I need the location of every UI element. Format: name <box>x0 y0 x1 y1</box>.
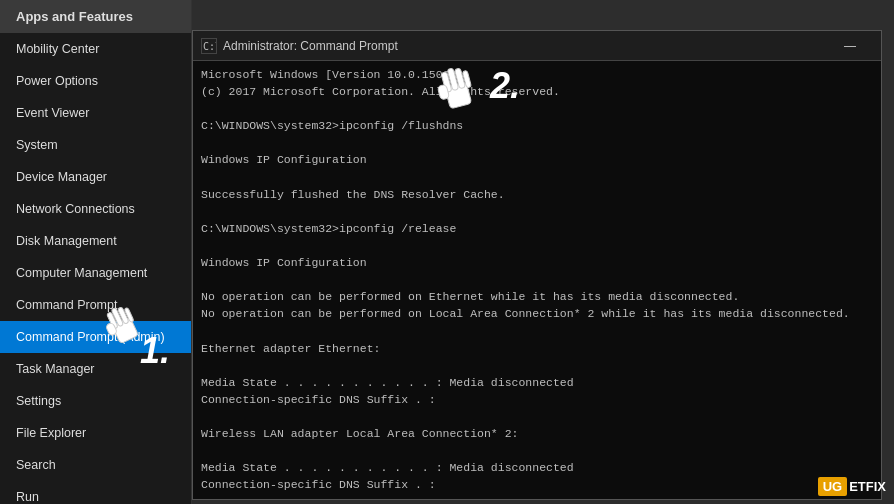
cmd-line: No operation can be performed on Local A… <box>201 306 873 322</box>
cmd-window: C:\ Administrator: Command Prompt — Micr… <box>192 30 882 500</box>
menu-item-label: Event Viewer <box>16 106 89 120</box>
menu-item-label: System <box>16 138 58 152</box>
menu-item-label: Power Options <box>16 74 98 88</box>
step-label-2: 2. <box>490 65 520 107</box>
sidebar-item-file-explorer[interactable]: File Explorer <box>0 417 191 449</box>
cmd-line: C:\WINDOWS\system32>ipconfig /flushdns <box>201 118 873 134</box>
menu-item-label: Apps and Features <box>16 9 133 24</box>
watermark-ug: UG <box>818 477 848 496</box>
sidebar-item-event-viewer[interactable]: Event Viewer <box>0 97 191 129</box>
context-menu: Apps and Features Mobility Center Power … <box>0 0 192 504</box>
menu-item-label: Device Manager <box>16 170 107 184</box>
cmd-line <box>201 494 873 499</box>
cmd-line: Windows IP Configuration <box>201 152 873 168</box>
menu-item-label: Run <box>16 490 39 504</box>
cmd-titlebar: C:\ Administrator: Command Prompt — <box>193 31 881 61</box>
menu-item-label: Task Manager <box>16 362 95 376</box>
sidebar-item-run[interactable]: Run <box>0 481 191 504</box>
cmd-line: No operation can be performed on Etherne… <box>201 289 873 305</box>
menu-item-label: Mobility Center <box>16 42 99 56</box>
cmd-line <box>201 409 873 425</box>
sidebar-item-apps-features[interactable]: Apps and Features <box>0 0 191 33</box>
svg-text:C:\: C:\ <box>203 41 216 52</box>
menu-item-label: Settings <box>16 394 61 408</box>
cmd-line <box>201 170 873 186</box>
cmd-content: Microsoft Windows [Version 10.0.15063](c… <box>193 61 881 499</box>
cmd-line: Connection-specific DNS Suffix . : <box>201 392 873 408</box>
cmd-line: Microsoft Windows [Version 10.0.15063] <box>201 67 873 83</box>
sidebar-item-system[interactable]: System <box>0 129 191 161</box>
cmd-line <box>201 358 873 374</box>
cmd-line <box>201 443 873 459</box>
sidebar-item-network-connections[interactable]: Network Connections <box>0 193 191 225</box>
cmd-line: Windows IP Configuration <box>201 255 873 271</box>
sidebar-item-computer-management[interactable]: Computer Management <box>0 257 191 289</box>
cmd-line <box>201 323 873 339</box>
cmd-controls: — <box>827 31 873 61</box>
cmd-line <box>201 135 873 151</box>
cmd-line <box>201 204 873 220</box>
menu-item-label: File Explorer <box>16 426 86 440</box>
watermark-etfix: ETFIX <box>849 479 886 494</box>
menu-item-label: Search <box>16 458 56 472</box>
sidebar-item-power-options[interactable]: Power Options <box>0 65 191 97</box>
cmd-line: Media State . . . . . . . . . . . : Medi… <box>201 460 873 476</box>
cmd-line <box>201 272 873 288</box>
menu-item-label: Disk Management <box>16 234 117 248</box>
cmd-line: Ethernet adapter Ethernet: <box>201 341 873 357</box>
cmd-line: C:\WINDOWS\system32>ipconfig /release <box>201 221 873 237</box>
sidebar-item-disk-management[interactable]: Disk Management <box>0 225 191 257</box>
sidebar-item-settings[interactable]: Settings <box>0 385 191 417</box>
cmd-line: (c) 2017 Microsoft Corporation. All righ… <box>201 84 873 100</box>
cmd-line <box>201 238 873 254</box>
menu-item-label: Computer Management <box>16 266 147 280</box>
sidebar-item-device-manager[interactable]: Device Manager <box>0 161 191 193</box>
sidebar-item-mobility-center[interactable]: Mobility Center <box>0 33 191 65</box>
cmd-line: Wireless LAN adapter Local Area Connecti… <box>201 426 873 442</box>
menu-item-label: Network Connections <box>16 202 135 216</box>
cmd-line: Media State . . . . . . . . . . . : Medi… <box>201 375 873 391</box>
watermark: UG ETFIX <box>818 477 886 496</box>
sidebar-item-search[interactable]: Search <box>0 449 191 481</box>
cmd-icon: C:\ <box>201 38 217 54</box>
cursor-hand-cmd-icon <box>430 60 480 124</box>
cmd-title: Administrator: Command Prompt <box>223 39 827 53</box>
cmd-line <box>201 101 873 117</box>
minimize-button[interactable]: — <box>827 31 873 61</box>
cmd-line: Connection-specific DNS Suffix . : <box>201 477 873 493</box>
cmd-line: Successfully flushed the DNS Resolver Ca… <box>201 187 873 203</box>
